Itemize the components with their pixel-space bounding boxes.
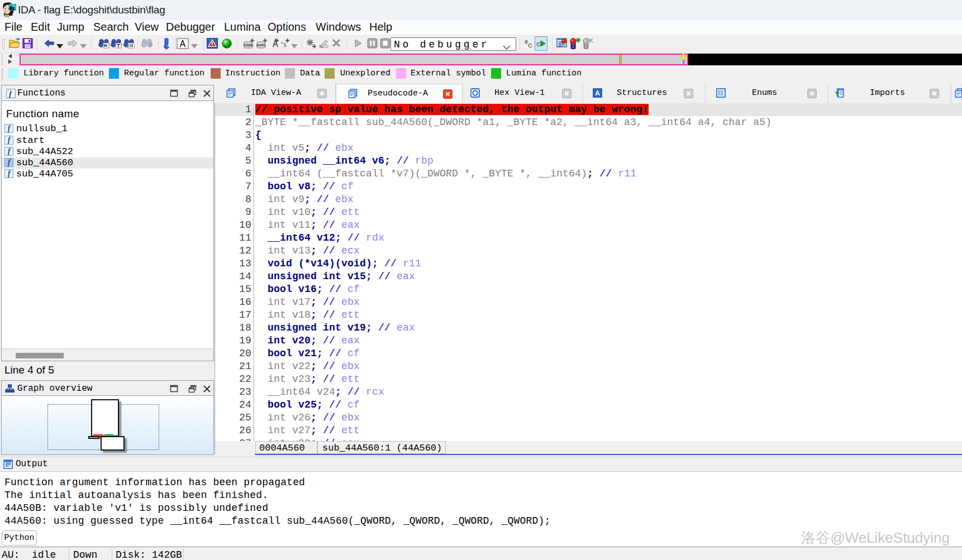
svg-text:c: c	[536, 40, 541, 49]
svg-text:CODE: CODE	[244, 44, 253, 47]
svg-text:DATA: DATA	[256, 44, 265, 47]
svg-text:c: c	[528, 41, 532, 49]
